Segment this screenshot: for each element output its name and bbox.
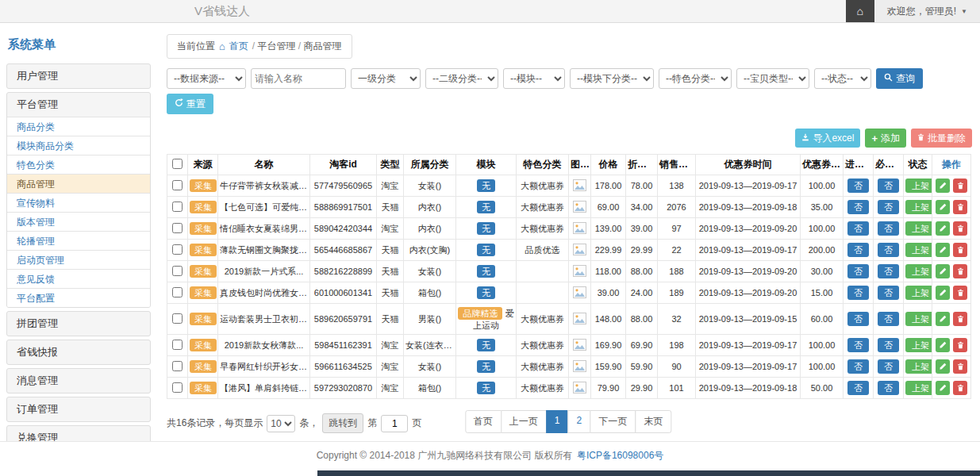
must-buy-toggle[interactable]: 否 bbox=[878, 286, 899, 300]
must-buy-toggle[interactable]: 否 bbox=[878, 178, 899, 193]
per-page-select[interactable]: 10 bbox=[267, 415, 295, 432]
delete-button[interactable] bbox=[953, 312, 967, 326]
sidebar-item[interactable]: 消息管理 bbox=[7, 369, 150, 393]
breadcrumb-home-link[interactable]: 首页 bbox=[229, 40, 248, 53]
page-nav-button[interactable]: 上一页 bbox=[501, 410, 547, 433]
sidebar-subitem[interactable]: 商品管理 bbox=[7, 174, 150, 193]
edit-button[interactable] bbox=[936, 381, 950, 395]
row-checkbox[interactable] bbox=[172, 313, 183, 324]
status-toggle[interactable]: 上架 bbox=[905, 381, 932, 395]
import-select-toggle[interactable]: 否 bbox=[847, 243, 869, 257]
sidebar-subitem[interactable]: 版本管理 bbox=[7, 212, 150, 231]
status-toggle[interactable]: 上架 bbox=[905, 338, 932, 352]
icp-link[interactable]: 粤ICP备16098006号 bbox=[577, 450, 663, 461]
sidebar-subitem[interactable]: 特色分类 bbox=[7, 155, 150, 174]
sidebar-item[interactable]: 用户管理 bbox=[7, 64, 150, 88]
filter-select[interactable]: --特色分类-- bbox=[659, 68, 732, 89]
import-select-toggle[interactable]: 否 bbox=[847, 312, 869, 326]
import-select-toggle[interactable]: 否 bbox=[847, 200, 869, 214]
jump-page-input[interactable] bbox=[381, 415, 408, 432]
sidebar-subitem[interactable]: 启动页管理 bbox=[7, 250, 150, 269]
page-nav-button[interactable]: 下一页 bbox=[590, 410, 636, 433]
add-button[interactable]: + 添加 bbox=[865, 129, 906, 148]
status-toggle[interactable]: 上架 bbox=[905, 200, 932, 214]
status-toggle[interactable]: 上架 bbox=[905, 243, 932, 257]
delete-button[interactable] bbox=[953, 200, 967, 214]
import-select-toggle[interactable]: 否 bbox=[847, 338, 869, 352]
row-checkbox[interactable] bbox=[172, 244, 183, 255]
row-checkbox[interactable] bbox=[172, 202, 183, 212]
edit-button[interactable] bbox=[936, 312, 950, 326]
filter-select[interactable]: --二级分类-- bbox=[425, 68, 498, 89]
import-select-toggle[interactable]: 否 bbox=[847, 381, 869, 395]
delete-button[interactable] bbox=[953, 243, 967, 257]
edit-button[interactable] bbox=[936, 243, 950, 257]
row-checkbox[interactable] bbox=[172, 180, 183, 190]
sidebar-item[interactable]: 拼团管理 bbox=[7, 312, 150, 336]
edit-button[interactable] bbox=[936, 178, 950, 193]
sidebar-item[interactable]: 平台管理 bbox=[7, 93, 150, 117]
import-select-toggle[interactable]: 否 bbox=[847, 221, 869, 236]
delete-button[interactable] bbox=[953, 264, 967, 278]
status-toggle[interactable]: 上架 bbox=[905, 178, 932, 193]
delete-button[interactable] bbox=[953, 359, 967, 374]
edit-button[interactable] bbox=[936, 221, 950, 236]
query-button[interactable]: 查询 bbox=[876, 68, 923, 89]
row-checkbox[interactable] bbox=[172, 340, 183, 350]
edit-button[interactable] bbox=[936, 264, 950, 278]
filter-select[interactable]: --状态-- bbox=[814, 68, 871, 89]
must-buy-toggle[interactable]: 否 bbox=[878, 243, 899, 257]
delete-button[interactable] bbox=[953, 286, 967, 300]
row-checkbox[interactable] bbox=[172, 287, 183, 298]
name-search-input[interactable] bbox=[251, 68, 346, 89]
edit-button[interactable] bbox=[936, 338, 950, 352]
select-all-checkbox[interactable] bbox=[172, 159, 183, 169]
import-excel-button[interactable]: 导入excel bbox=[795, 129, 860, 148]
filter-select[interactable]: --模块-- bbox=[503, 68, 565, 89]
row-checkbox[interactable] bbox=[172, 223, 183, 233]
sidebar-item[interactable]: 省钱快报 bbox=[7, 340, 150, 364]
delete-button[interactable] bbox=[953, 381, 967, 395]
import-select-toggle[interactable]: 否 bbox=[847, 359, 869, 374]
edit-button[interactable] bbox=[936, 200, 950, 214]
page-number-button[interactable]: 2 bbox=[568, 410, 591, 433]
must-buy-toggle[interactable]: 否 bbox=[878, 338, 899, 352]
sidebar-subitem[interactable]: 宣传物料 bbox=[7, 193, 150, 212]
batch-delete-button[interactable]: 批量删除 bbox=[911, 129, 972, 148]
status-toggle[interactable]: 上架 bbox=[905, 286, 932, 300]
sidebar-subitem[interactable]: 模块商品分类 bbox=[7, 136, 150, 155]
import-select-toggle[interactable]: 否 bbox=[847, 264, 869, 278]
delete-button[interactable] bbox=[953, 338, 967, 352]
filter-select[interactable]: --宝贝类型-- bbox=[736, 68, 809, 89]
import-select-toggle[interactable]: 否 bbox=[847, 286, 869, 300]
must-buy-toggle[interactable]: 否 bbox=[878, 221, 899, 236]
delete-button[interactable] bbox=[953, 221, 967, 236]
status-toggle[interactable]: 上架 bbox=[905, 312, 932, 326]
import-select-toggle[interactable]: 否 bbox=[847, 178, 869, 193]
user-menu[interactable]: 欢迎您，管理员! ▼ bbox=[874, 0, 980, 22]
filter-select[interactable]: --模块下分类-- bbox=[570, 68, 654, 89]
home-button[interactable]: ⌂ bbox=[846, 0, 874, 22]
reset-button[interactable]: 重置 bbox=[167, 94, 213, 114]
page-nav-button[interactable]: 首页 bbox=[465, 410, 502, 433]
sidebar-subitem[interactable]: 平台配置 bbox=[7, 288, 150, 307]
delete-button[interactable] bbox=[953, 178, 967, 193]
edit-button[interactable] bbox=[936, 286, 950, 300]
must-buy-toggle[interactable]: 否 bbox=[878, 381, 899, 395]
status-toggle[interactable]: 上架 bbox=[905, 264, 932, 278]
status-toggle[interactable]: 上架 bbox=[905, 359, 932, 374]
row-checkbox[interactable] bbox=[172, 266, 183, 276]
sidebar-subitem[interactable]: 轮播管理 bbox=[7, 231, 150, 250]
must-buy-toggle[interactable]: 否 bbox=[878, 312, 899, 326]
row-checkbox[interactable] bbox=[172, 361, 183, 371]
filter-select[interactable]: 一级分类 bbox=[351, 68, 421, 89]
sidebar-item[interactable]: 订单管理 bbox=[7, 397, 150, 421]
must-buy-toggle[interactable]: 否 bbox=[878, 264, 899, 278]
page-nav-button[interactable]: 末页 bbox=[635, 410, 671, 433]
row-checkbox[interactable] bbox=[172, 382, 183, 393]
edit-button[interactable] bbox=[936, 359, 950, 374]
status-toggle[interactable]: 上架 bbox=[905, 221, 932, 236]
sidebar-subitem[interactable]: 商品分类 bbox=[7, 117, 150, 136]
jump-button[interactable]: 跳转到 bbox=[322, 413, 363, 433]
filter-select[interactable]: --数据来源-- bbox=[167, 68, 246, 89]
